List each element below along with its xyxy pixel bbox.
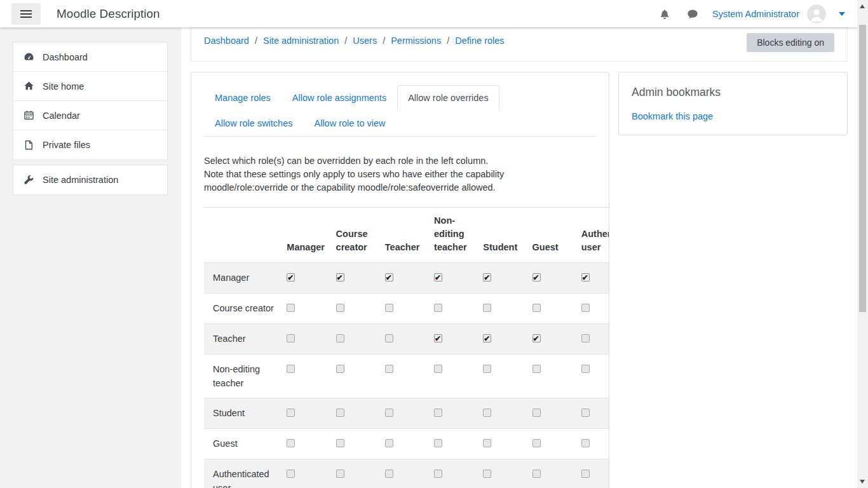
bookmark-this-page-link[interactable]: Bookmark this page [632,111,713,121]
tab-manage-roles[interactable]: Manage roles [204,85,281,111]
override-checkbox-non-editing-teacher-teacher[interactable] [385,365,393,373]
override-checkbox-authenticated-user-non-editing-teacher[interactable] [434,470,442,478]
override-checkbox-guest-course-creator[interactable] [336,439,344,447]
override-checkbox-teacher-manager[interactable] [287,334,295,342]
checkbox-cell [425,324,474,355]
override-checkbox-guest-authenticated-user[interactable] [581,439,590,447]
sidebar-item-site-administration[interactable]: Site administration [13,165,167,194]
override-checkbox-guest-guest[interactable] [532,439,541,447]
override-checkbox-authenticated-user-authenticated-user[interactable] [581,470,590,478]
override-checkbox-course-creator-student[interactable] [483,304,491,312]
tab-allow-role-overrides[interactable]: Allow role overrides [397,85,499,111]
override-checkbox-guest-manager[interactable] [287,439,295,447]
override-checkbox-non-editing-teacher-course-creator[interactable] [336,365,344,373]
override-checkbox-manager-authenticated-user[interactable] [581,273,590,281]
override-checkbox-guest-teacher[interactable] [385,439,393,447]
override-checkbox-course-creator-guest[interactable] [532,304,541,312]
override-checkbox-guest-student[interactable] [483,439,491,447]
override-checkbox-non-editing-teacher-authenticated-user[interactable] [581,365,590,373]
override-checkbox-manager-student[interactable] [483,273,491,281]
tab-allow-role-assignments[interactable]: Allow role assignments [281,85,397,111]
override-checkbox-non-editing-teacher-manager[interactable] [287,365,295,373]
override-checkbox-authenticated-user-course-creator[interactable] [336,470,344,478]
scroll-up-arrow-icon[interactable] [860,4,865,8]
override-checkbox-manager-guest[interactable] [532,273,541,281]
checkbox-cell [278,294,327,324]
breadcrumb-separator: / [339,34,353,48]
override-checkbox-course-creator-manager[interactable] [287,304,295,312]
override-checkbox-teacher-authenticated-user[interactable] [581,334,590,342]
tab-allow-role-to-view[interactable]: Allow role to view [304,111,397,136]
tab-allow-role-switches[interactable]: Allow role switches [204,111,304,136]
table-row-student: Student [204,398,609,429]
blocks-editing-button[interactable]: Blocks editing on [747,33,834,52]
sidebar-item-label: Calendar [43,111,80,121]
breadcrumb-link-site-administration[interactable]: Site administration [263,34,339,48]
calendar-icon [24,110,34,121]
tab-link[interactable]: Allow role assignments [281,85,397,111]
table-row-course-creator: Course creator [204,294,609,324]
override-checkbox-student-course-creator[interactable] [336,409,344,417]
messages-chat-icon[interactable] [687,8,698,20]
breadcrumb-link-define-roles[interactable]: Define roles [455,34,504,48]
checkbox-cell [524,398,573,429]
tab-link[interactable]: Allow role switches [204,111,304,136]
sidebar-item-site-home[interactable]: Site home [13,72,167,101]
tab-link[interactable]: Allow role to view [304,111,397,136]
override-checkbox-manager-non-editing-teacher[interactable] [434,273,442,281]
override-checkbox-manager-manager[interactable] [287,273,295,281]
sidebar-item-private-files[interactable]: Private files [13,130,167,159]
override-checkbox-non-editing-teacher-student[interactable] [483,365,491,373]
override-checkbox-authenticated-user-student[interactable] [483,470,491,478]
table-header-row: ManagerCourse creatorTeacherNon-editing … [204,208,609,263]
override-checkbox-student-authenticated-user[interactable] [581,409,590,417]
notifications-bell-icon[interactable] [659,8,670,20]
breadcrumb-link-users[interactable]: Users [353,34,377,48]
tab-link[interactable]: Manage roles [204,85,281,111]
override-checkbox-teacher-teacher[interactable] [385,334,393,342]
checkbox-cell [425,398,474,429]
checkbox-cell [573,263,609,294]
override-checkbox-student-student[interactable] [483,409,491,417]
override-checkbox-non-editing-teacher-guest[interactable] [532,365,541,373]
home-icon [24,81,34,92]
user-menu-link[interactable]: System Administrator [712,9,799,19]
override-checkbox-teacher-guest[interactable] [532,334,541,342]
override-checkbox-course-creator-authenticated-user[interactable] [581,304,590,312]
override-checkbox-student-guest[interactable] [532,409,541,417]
override-checkbox-course-creator-teacher[interactable] [385,304,393,312]
vertical-scrollbar[interactable] [857,0,868,488]
override-checkbox-teacher-course-creator[interactable] [336,334,344,342]
scrollbar-thumb[interactable] [859,25,866,312]
avatar[interactable] [807,4,826,24]
override-checkbox-authenticated-user-teacher[interactable] [385,470,393,478]
override-checkbox-student-teacher[interactable] [385,409,393,417]
override-checkbox-manager-course-creator[interactable] [336,273,344,281]
override-checkbox-student-manager[interactable] [287,409,295,417]
breadcrumb-link-permissions[interactable]: Permissions [391,34,441,48]
menu-toggle-button[interactable] [11,3,41,25]
checkbox-cell [573,355,609,398]
override-checkbox-teacher-non-editing-teacher[interactable] [434,334,442,342]
override-checkbox-authenticated-user-manager[interactable] [287,470,295,478]
override-checkbox-authenticated-user-guest[interactable] [532,470,541,478]
sidebar-item-label: Site home [43,81,84,92]
override-checkbox-guest-non-editing-teacher[interactable] [434,439,442,447]
override-checkbox-student-non-editing-teacher[interactable] [434,409,442,417]
top-navbar: Moodle Description System Administrator [0,0,868,27]
checkbox-cell [474,324,523,355]
override-checkbox-manager-teacher[interactable] [385,273,393,281]
checkbox-cell [376,263,425,294]
override-checkbox-teacher-student[interactable] [483,334,491,342]
checkbox-cell [573,398,609,429]
dropdown-caret-icon[interactable] [839,12,845,16]
override-checkbox-non-editing-teacher-non-editing-teacher[interactable] [434,365,442,373]
scroll-down-arrow-icon[interactable] [860,480,865,484]
override-checkbox-course-creator-non-editing-teacher[interactable] [434,304,442,312]
breadcrumb-link-dashboard[interactable]: Dashboard [204,34,249,48]
sidebar-item-calendar[interactable]: Calendar [13,101,167,130]
define-roles-card: Manage rolesAllow role assignmentsAllow … [191,72,609,488]
tab-link[interactable]: Allow role overrides [397,85,499,111]
sidebar-item-dashboard[interactable]: Dashboard [13,43,167,72]
override-checkbox-course-creator-course-creator[interactable] [336,304,344,312]
